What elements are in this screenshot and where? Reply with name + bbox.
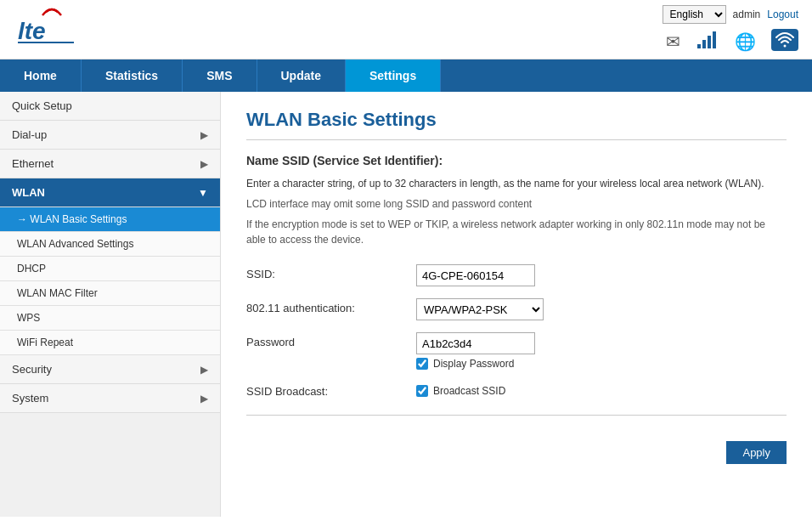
sidebar-sub-wlan-advanced[interactable]: WLAN Advanced Settings xyxy=(0,232,220,257)
form-table: SSID: 802.11 authentication: WPA/WPA2-PS… xyxy=(246,264,787,398)
ssid-broadcast-row: SSID Broadcast: Broadcast SSID xyxy=(246,382,787,398)
sidebar-item-system[interactable]: System ▶ xyxy=(0,384,220,413)
sidebar-item-ethernet[interactable]: Ethernet ▶ xyxy=(0,150,220,178)
divider xyxy=(246,415,787,416)
display-password-label[interactable]: Display Password xyxy=(433,358,514,370)
ssid-broadcast-label: SSID Broadcast: xyxy=(246,382,416,398)
header-right: English Chinese admin Logout ✉ 🌐 xyxy=(663,5,798,54)
sidebar-item-dialup[interactable]: Dial-up ▶ xyxy=(0,121,220,150)
svg-rect-3 xyxy=(702,40,706,48)
page-title: WLAN Basic Settings xyxy=(246,109,787,140)
header-icons-row: ✉ 🌐 xyxy=(666,29,798,54)
mail-icon[interactable]: ✉ xyxy=(666,31,680,52)
sidebar-item-security[interactable]: Security ▶ xyxy=(0,355,220,384)
password-row: Password Display Password xyxy=(246,332,787,370)
svg-rect-2 xyxy=(697,44,701,48)
broadcast-wrap: Broadcast SSID xyxy=(416,385,505,397)
display-password-row: Display Password xyxy=(416,358,535,370)
nav-settings[interactable]: Settings xyxy=(346,59,441,92)
svg-rect-5 xyxy=(713,31,716,48)
content-wrapper: Quick Setup Dial-up ▶ Ethernet ▶ WLAN ▼ … xyxy=(0,92,812,517)
broadcast-ssid-label[interactable]: Broadcast SSID xyxy=(433,385,505,397)
dialup-arrow-icon: ▶ xyxy=(200,129,208,141)
svg-text:lte: lte xyxy=(18,18,46,44)
svg-rect-4 xyxy=(708,36,711,48)
password-input[interactable] xyxy=(416,332,535,354)
ethernet-arrow-icon: ▶ xyxy=(200,158,208,170)
note2: If the encryption mode is set to WEP or … xyxy=(246,217,787,247)
auth-label: 802.11 authentication: xyxy=(246,298,416,314)
svg-rect-1 xyxy=(18,42,74,43)
desc1: Enter a character string, of up to 32 ch… xyxy=(246,176,787,191)
main-content: WLAN Basic Settings Name SSID (Service S… xyxy=(221,92,812,517)
nav-statistics[interactable]: Statistics xyxy=(82,59,183,92)
language-select[interactable]: English Chinese xyxy=(663,5,726,24)
sidebar-sub-dhcp[interactable]: DHCP xyxy=(0,257,220,281)
nav-home[interactable]: Home xyxy=(0,59,82,92)
footer-buttons: Apply xyxy=(246,433,787,473)
ssid-input[interactable] xyxy=(416,264,535,286)
ssid-label: SSID: xyxy=(246,264,416,280)
password-label: Password xyxy=(246,332,416,348)
system-arrow-icon: ▶ xyxy=(200,393,208,405)
header-top-row: English Chinese admin Logout xyxy=(663,5,798,24)
sidebar-item-quick-setup[interactable]: Quick Setup xyxy=(0,92,220,121)
username-label: admin xyxy=(733,8,761,20)
nav-sms[interactable]: SMS xyxy=(183,59,257,92)
note1: LCD interface may omit some long SSID an… xyxy=(246,196,787,212)
display-password-checkbox[interactable] xyxy=(416,358,428,370)
password-wrap: Display Password xyxy=(416,332,535,370)
ssid-row: SSID: xyxy=(246,264,787,286)
auth-row: 802.11 authentication: WPA/WPA2-PSK WPA/… xyxy=(246,298,787,320)
signal-icon xyxy=(696,31,719,52)
navbar: Home Statistics SMS Update Settings xyxy=(0,59,812,92)
sidebar: Quick Setup Dial-up ▶ Ethernet ▶ WLAN ▼ … xyxy=(0,92,221,517)
auth-select[interactable]: WPA/WPA2-PSK WPA/WPA2 WEP None xyxy=(416,298,544,320)
wlan-arrow-icon: ▼ xyxy=(198,187,208,199)
sidebar-sub-wlan-basic[interactable]: WLAN Basic Settings xyxy=(0,207,220,232)
apply-button[interactable]: Apply xyxy=(726,441,787,464)
security-arrow-icon: ▶ xyxy=(200,364,208,376)
logo-area: lte xyxy=(14,5,90,54)
sidebar-sub-wps[interactable]: WPS xyxy=(0,306,220,331)
sidebar-sub-mac-filter[interactable]: WLAN MAC Filter xyxy=(0,281,220,306)
header: lte English Chinese admin Logout ✉ xyxy=(0,0,812,59)
wifi-icon[interactable] xyxy=(771,29,798,54)
section-title: Name SSID (Service Set Identifier): xyxy=(246,154,787,167)
logout-link[interactable]: Logout xyxy=(767,8,798,20)
nav-update[interactable]: Update xyxy=(257,59,346,92)
broadcast-ssid-checkbox[interactable] xyxy=(416,385,428,397)
globe-icon[interactable]: 🌐 xyxy=(735,31,756,52)
sidebar-sub-wifi-repeat[interactable]: WiFi Repeat xyxy=(0,331,220,355)
lte-logo: lte xyxy=(14,5,90,54)
sidebar-item-wlan[interactable]: WLAN ▼ xyxy=(0,178,220,207)
svg-point-7 xyxy=(784,45,787,48)
